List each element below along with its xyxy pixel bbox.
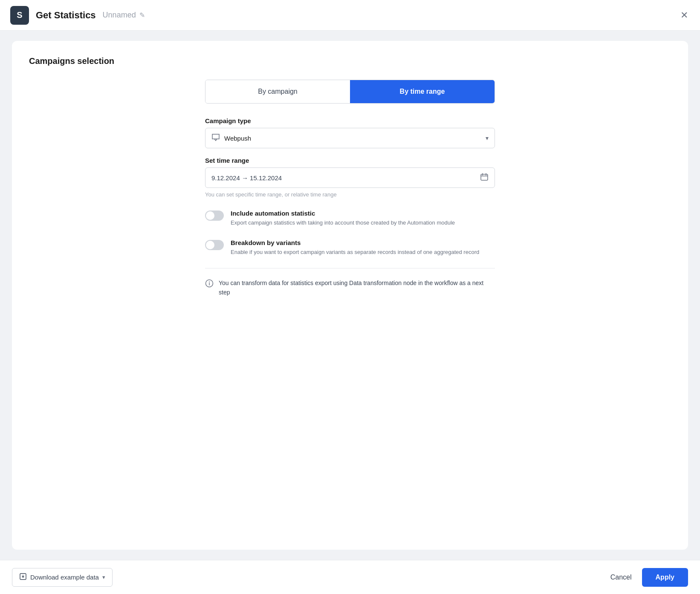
app-header: S Get Statistics Unnamed ✎ ✕ (0, 0, 700, 31)
main-area: Campaigns selection By campaign By time … (0, 31, 700, 560)
breakdown-variants-content: Breakdown by variants Enable if you want… (231, 239, 479, 257)
section-divider (205, 268, 495, 268)
selection-mode-toggle: By campaign By time range (205, 80, 495, 104)
campaign-type-label: Campaign type (205, 117, 495, 124)
campaign-type-select[interactable]: Webpush ▾ (205, 128, 495, 148)
info-message: You can transform data for statistics ex… (219, 279, 495, 297)
date-range-value: 9.12.2024 → 15.12.2024 (211, 174, 480, 182)
by-time-range-button[interactable]: By time range (350, 80, 495, 103)
apply-button[interactable]: Apply (642, 568, 688, 587)
breakdown-variants-row: Breakdown by variants Enable if you want… (205, 239, 495, 257)
info-icon (205, 279, 214, 290)
svg-point-2 (209, 282, 210, 283)
date-range-field: 9.12.2024 → 15.12.2024 (205, 167, 495, 188)
app-logo: S (10, 6, 29, 25)
select-chevron-icon: ▾ (486, 135, 489, 141)
form-section: Campaign type Webpush ▾ Set time range (205, 117, 495, 299)
campaign-type-field: Webpush ▾ (205, 128, 495, 148)
webpush-icon (211, 133, 220, 143)
cancel-button[interactable]: Cancel (600, 568, 642, 587)
include-automation-toggle[interactable] (205, 210, 224, 221)
download-example-data-button[interactable]: Download example data ▾ (12, 568, 113, 587)
footer: Download example data ▾ Cancel Apply (0, 560, 700, 594)
date-range-input[interactable]: 9.12.2024 → 15.12.2024 (205, 167, 495, 188)
section-title: Campaigns selection (29, 56, 671, 66)
download-label: Download example data (30, 574, 99, 581)
info-box: You can transform data for statistics ex… (205, 277, 495, 299)
close-button[interactable]: ✕ (679, 9, 690, 22)
svg-rect-0 (481, 174, 488, 180)
calendar-icon (480, 173, 489, 183)
download-chevron-icon: ▾ (102, 574, 105, 580)
include-automation-content: Include automation statistic Export camp… (231, 210, 455, 227)
breakdown-variants-title: Breakdown by variants (231, 239, 479, 246)
by-campaign-button[interactable]: By campaign (205, 80, 350, 103)
page-title: Get Statistics (36, 10, 96, 21)
workflow-name: Unnamed (103, 11, 136, 20)
include-automation-description: Export campaign statistics with taking i… (231, 219, 455, 227)
include-automation-title: Include automation statistic (231, 210, 455, 217)
breakdown-variants-description: Enable if you want to export campaign va… (231, 248, 479, 257)
breakdown-variants-toggle[interactable] (205, 240, 224, 250)
time-range-label: Set time range (205, 157, 495, 164)
time-range-hint: You can set specific time range, or rela… (205, 191, 495, 198)
campaign-type-value: Webpush (224, 135, 481, 142)
content-card: Campaigns selection By campaign By time … (12, 41, 688, 550)
edit-name-icon[interactable]: ✎ (139, 11, 145, 19)
download-icon (19, 573, 27, 582)
include-automation-row: Include automation statistic Export camp… (205, 210, 495, 227)
